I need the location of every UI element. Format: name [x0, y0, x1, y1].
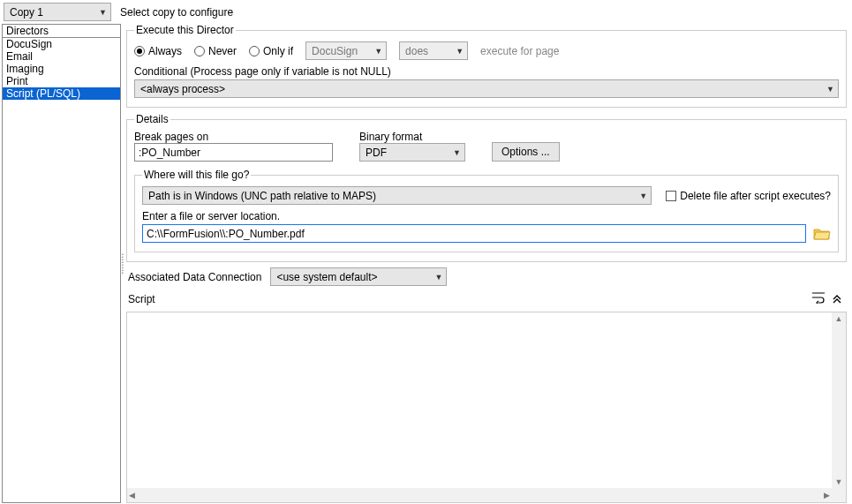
file-location-input[interactable] [142, 224, 806, 243]
execute-fieldset: Execute this Director Always Never Only … [126, 24, 847, 108]
execute-hint: execute for page [480, 45, 559, 57]
conditional-label: Conditional (Process page only if variab… [134, 65, 839, 78]
scroll-down-icon: ▼ [835, 478, 843, 486]
assoc-value: <use system default> [276, 271, 377, 283]
assoc-dropdown[interactable]: <use system default> ▼ [270, 267, 447, 286]
options-button[interactable]: Options ... [492, 142, 560, 162]
director-item-print[interactable]: Print [3, 75, 120, 87]
path-dropdown[interactable]: Path is in Windows (UNC path relative to… [142, 186, 652, 205]
director-item-script[interactable]: Script (PL/SQL) [3, 87, 120, 100]
chevron-down-icon: ▼ [453, 148, 461, 157]
onlyif-variable-dropdown: DocuSign ▼ [305, 41, 387, 60]
scroll-right-icon: ▶ [824, 491, 830, 500]
radio-dot-icon [249, 46, 260, 56]
scroll-up-icon: ▲ [835, 314, 843, 323]
execute-legend: Execute this Director [134, 24, 236, 36]
directors-label: Directors [3, 25, 120, 37]
binary-format-dropdown[interactable]: PDF ▼ [359, 143, 465, 162]
chevron-down-icon: ▼ [99, 8, 107, 17]
options-button-label: Options ... [501, 146, 550, 158]
radio-onlyif-label: Only if [263, 45, 293, 57]
chevron-down-icon: ▼ [374, 47, 382, 56]
horizontal-scrollbar[interactable]: ◀ ▶ [127, 488, 832, 502]
onlyif-condition-value: does [405, 45, 428, 57]
conditional-dropdown[interactable]: <always process> ▼ [134, 79, 839, 98]
chevron-down-icon: ▼ [826, 85, 834, 94]
director-item-imaging[interactable]: Imaging [3, 63, 120, 75]
chevron-down-icon: ▼ [639, 192, 647, 200]
collapse-icon[interactable] [831, 291, 843, 306]
delete-after-checkbox[interactable]: Delete file after script executes? [666, 190, 831, 202]
onlyif-condition-dropdown: does ▼ [399, 41, 468, 60]
enter-location-label: Enter a file or server location. [142, 210, 831, 222]
copy-dropdown-value: Copy 1 [10, 6, 43, 19]
chevron-down-icon: ▼ [456, 47, 464, 56]
word-wrap-icon[interactable] [811, 291, 826, 306]
checkbox-box-icon [666, 191, 676, 201]
radio-onlyif[interactable]: Only if [249, 45, 293, 57]
radio-never[interactable]: Never [194, 45, 237, 57]
folder-open-icon[interactable] [813, 227, 831, 241]
script-textarea[interactable]: ▲ ▼ ◀ ▶ [126, 312, 847, 503]
director-item-docusign[interactable]: DocuSign [3, 38, 120, 50]
directors-listbox[interactable]: DocuSign Email Imaging Print Script (PL/… [3, 37, 120, 502]
scroll-left-icon: ◀ [129, 491, 135, 500]
delete-after-label: Delete file after script executes? [680, 190, 831, 202]
scroll-corner [832, 488, 846, 502]
details-legend: Details [134, 113, 170, 125]
break-pages-input[interactable] [134, 143, 333, 162]
vertical-scrollbar[interactable]: ▲ ▼ [832, 312, 846, 488]
filego-legend: Where will this file go? [142, 169, 251, 181]
details-fieldset: Details Break pages on Binary format PDF… [126, 113, 847, 262]
directors-panel: Directors DocuSign Email Imaging Print S… [2, 24, 121, 503]
copy-prompt: Select copy to configure [120, 6, 233, 19]
path-value: Path is in Windows (UNC path relative to… [148, 190, 376, 202]
binary-format-value: PDF [366, 147, 387, 159]
chevron-down-icon: ▼ [435, 273, 443, 282]
splitter-grip-icon: ●●●●●●●● [122, 253, 124, 275]
break-pages-label: Break pages on [134, 131, 333, 143]
binary-format-label: Binary format [359, 131, 465, 143]
onlyif-variable-value: DocuSign [312, 45, 358, 57]
radio-always[interactable]: Always [134, 45, 182, 57]
script-label: Script [128, 293, 155, 305]
radio-never-label: Never [208, 45, 237, 57]
radio-always-label: Always [148, 45, 182, 57]
filego-fieldset: Where will this file go? Path is in Wind… [134, 169, 839, 252]
conditional-value: <always process> [140, 83, 225, 95]
copy-dropdown[interactable]: Copy 1 ▼ [4, 3, 111, 21]
radio-dot-icon [134, 46, 145, 56]
radio-dot-icon [194, 46, 205, 56]
assoc-label: Associated Data Connection [128, 271, 261, 283]
director-item-email[interactable]: Email [3, 50, 120, 63]
